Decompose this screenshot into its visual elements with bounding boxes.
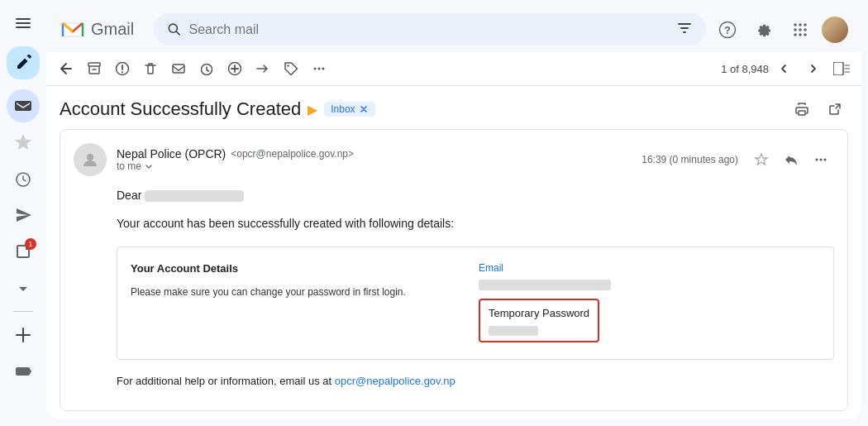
reply-email-button[interactable] xyxy=(778,146,804,173)
snooze-button[interactable] xyxy=(193,55,220,82)
svg-rect-25 xyxy=(833,62,843,75)
email-subject: Account Successfully Created xyxy=(60,98,301,120)
svg-point-11 xyxy=(799,28,802,31)
next-email-button[interactable] xyxy=(800,55,827,82)
search-icon xyxy=(167,22,182,38)
svg-rect-1 xyxy=(16,22,31,24)
account-details-box: Your Account Details Please make sure yo… xyxy=(117,247,834,360)
archive-button[interactable] xyxy=(81,55,107,82)
intro-paragraph: Your account has been successfully creat… xyxy=(117,214,834,232)
more-email-button[interactable] xyxy=(808,146,834,173)
more-actions-button[interactable] xyxy=(306,55,332,82)
svg-point-10 xyxy=(794,28,797,31)
svg-rect-18 xyxy=(173,65,184,73)
user-avatar[interactable] xyxy=(822,17,848,43)
topbar: Gmail ? xyxy=(46,7,861,52)
sidebar-item-inbox[interactable] xyxy=(7,89,40,122)
add-label-button[interactable] xyxy=(7,318,40,352)
svg-point-22 xyxy=(318,68,321,70)
svg-point-14 xyxy=(799,33,802,36)
help-link[interactable]: opcr@nepalpolice.gov.np xyxy=(335,375,455,387)
topbar-right: ? xyxy=(713,15,848,45)
svg-point-23 xyxy=(322,68,325,70)
svg-rect-26 xyxy=(799,111,805,115)
gmail-logo: Gmail xyxy=(60,17,134,43)
sidebar-item-sent[interactable] xyxy=(7,199,40,232)
help-text: For additional help or information, emai… xyxy=(117,375,331,387)
email-field-label: Email xyxy=(479,261,820,276)
greeting-text: Dear xyxy=(117,189,141,202)
settings-icon[interactable] xyxy=(749,15,779,45)
svg-point-15 xyxy=(804,33,807,36)
svg-point-8 xyxy=(799,23,802,26)
badge-close-icon[interactable] xyxy=(359,104,369,114)
svg-point-28 xyxy=(820,159,823,161)
temp-password-box: Temporary Password xyxy=(479,299,599,342)
greeting-paragraph: Dear xyxy=(117,186,834,204)
search-bar[interactable] xyxy=(154,13,706,45)
svg-point-7 xyxy=(794,23,797,26)
email-value-blurred xyxy=(479,280,611,290)
svg-point-4 xyxy=(169,24,178,32)
help-paragraph: For additional help or information, emai… xyxy=(117,373,834,390)
delete-button[interactable] xyxy=(137,55,164,82)
section-desc: Please make sure you can change your pas… xyxy=(131,285,472,299)
sidebar-item-snoozed[interactable] xyxy=(7,162,40,195)
print-button[interactable] xyxy=(789,96,815,122)
svg-point-21 xyxy=(287,65,289,66)
svg-rect-2 xyxy=(16,26,31,28)
svg-point-30 xyxy=(816,159,818,161)
section-title: Your Account Details xyxy=(131,261,472,278)
sidebar-item-drafts[interactable]: 1 xyxy=(7,235,40,268)
search-filter-icon[interactable] xyxy=(676,20,693,39)
labels-button[interactable] xyxy=(278,55,304,82)
help-icon[interactable]: ? xyxy=(713,15,742,45)
move-to-button[interactable] xyxy=(250,55,276,82)
svg-point-9 xyxy=(804,23,807,26)
recipient-name-blurred xyxy=(145,190,244,202)
view-toggle-button[interactable] xyxy=(828,55,855,82)
inbox-label: Inbox xyxy=(331,103,355,115)
temp-password-label: Temporary Password xyxy=(489,305,589,323)
inbox-badge[interactable]: Inbox xyxy=(324,102,374,117)
sender-avatar xyxy=(74,143,107,176)
email-timestamp: 16:39 (0 minutes ago) xyxy=(641,154,738,165)
back-button[interactable] xyxy=(53,55,79,82)
svg-point-24 xyxy=(314,68,317,70)
star-email-button[interactable] xyxy=(748,146,775,173)
sidebar-item-labels[interactable] xyxy=(7,355,40,388)
email-body: Dear Your account has been successfully … xyxy=(74,186,834,390)
sender-info: Nepal Police (OPCR) <opcr@nepalpolice.go… xyxy=(117,147,632,172)
prev-email-button[interactable] xyxy=(770,55,797,82)
svg-rect-0 xyxy=(16,18,31,20)
subject-arrow-icon: ▶ xyxy=(308,102,317,117)
mark-unread-button[interactable] xyxy=(165,55,192,82)
add-task-button[interactable] xyxy=(222,55,248,82)
sender-name: Nepal Police (OPCR) xyxy=(117,147,226,160)
sender-actions xyxy=(748,146,834,173)
report-spam-button[interactable] xyxy=(109,55,136,82)
email-message: Nepal Police (OPCR) <opcr@nepalpolice.go… xyxy=(60,129,848,411)
sidebar-item-starred[interactable] xyxy=(7,126,40,159)
compose-button[interactable] xyxy=(7,46,40,79)
recipient-row: to me xyxy=(117,160,632,172)
temp-password-value-blurred xyxy=(489,326,538,336)
sender-email: <opcr@nepalpolice.gov.np> xyxy=(231,148,354,160)
sidebar-divider xyxy=(13,311,33,312)
menu-button[interactable] xyxy=(7,7,40,40)
svg-rect-16 xyxy=(88,63,100,66)
gmail-text: Gmail xyxy=(91,20,134,39)
apps-icon[interactable] xyxy=(785,15,815,45)
sidebar-item-more[interactable] xyxy=(7,271,40,304)
new-window-button[interactable] xyxy=(822,96,848,122)
sidebar: 1 xyxy=(0,0,46,426)
svg-point-27 xyxy=(87,154,93,160)
svg-point-12 xyxy=(804,28,807,31)
email-scroll-area: Account Successfully Created ▶ Inbox xyxy=(46,86,861,419)
sender-row: Nepal Police (OPCR) <opcr@nepalpolice.go… xyxy=(74,143,834,176)
search-input[interactable] xyxy=(189,22,670,37)
to-me-label: to me xyxy=(117,160,141,172)
draft-badge: 1 xyxy=(25,238,36,250)
print-actions xyxy=(789,96,848,122)
expand-recipients-icon[interactable] xyxy=(145,162,153,170)
